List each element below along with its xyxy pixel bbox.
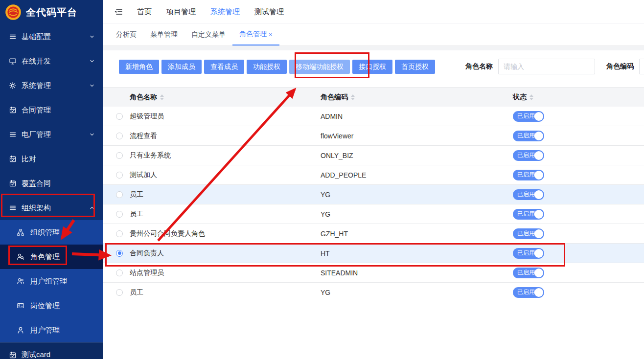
- tab-menu-mgmt[interactable]: 菜单管理: [143, 24, 184, 45]
- status-toggle[interactable]: 已启用: [513, 189, 544, 200]
- menu-lines-icon: [9, 204, 17, 212]
- table-row[interactable]: 员工 YG 已启用: [103, 204, 644, 224]
- toggle-knob: [534, 249, 543, 258]
- sidebar-item-label: 在线开发: [22, 57, 51, 66]
- sidebar-item-user-mgmt[interactable]: 用户管理: [0, 318, 103, 342]
- role-code-input[interactable]: [639, 59, 644, 74]
- role-name-cell: 员工: [130, 190, 321, 199]
- home-auth-button[interactable]: 首页授权: [395, 60, 435, 74]
- chevron-up-icon: [89, 205, 95, 211]
- sidebar-item-label: 岗位管理: [30, 301, 60, 311]
- status-toggle[interactable]: 已启用: [513, 150, 544, 161]
- toggle-knob: [534, 112, 543, 121]
- row-radio[interactable]: [116, 172, 123, 179]
- status-toggle[interactable]: 已启用: [513, 248, 544, 259]
- id-card-icon: [17, 302, 24, 310]
- api-auth-button[interactable]: 接口授权: [352, 60, 392, 74]
- table-row[interactable]: 员工 YG 已启用: [103, 283, 644, 302]
- sidebar-item-post-mgmt[interactable]: 岗位管理: [0, 293, 103, 318]
- add-role-button[interactable]: 新增角色: [119, 60, 159, 74]
- status-toggle[interactable]: 已启用: [513, 209, 544, 220]
- status-toggle[interactable]: 已启用: [513, 228, 544, 239]
- sidebar-item-user-group-mgmt[interactable]: 用户组管理: [0, 269, 103, 293]
- view-members-button[interactable]: 查看成员: [204, 60, 244, 74]
- sidebar-collapse-icon[interactable]: [114, 7, 123, 17]
- table-row[interactable]: 站点管理员 SITEADMIN 已启用: [103, 263, 644, 283]
- table-row[interactable]: 贵州公司合同负责人角色 GZH_HT 已启用: [103, 224, 644, 244]
- table-row[interactable]: 只有业务系统 ONLY_BIZ 已启用: [103, 146, 644, 165]
- toggle-knob: [534, 171, 543, 180]
- sidebar-item-label: 测试card: [22, 350, 50, 359]
- user-icon: [17, 326, 24, 334]
- user-group-icon: [17, 277, 24, 285]
- row-radio-selected[interactable]: [116, 250, 123, 257]
- chevron-down-icon: [89, 83, 95, 89]
- status-toggle[interactable]: 已启用: [513, 287, 544, 298]
- calendar-icon: [9, 106, 17, 114]
- column-header-role-name[interactable]: 角色名称: [130, 93, 321, 102]
- status-toggle[interactable]: 已启用: [513, 268, 544, 278]
- org-structure-submenu: 组织管理 角色管理 用户组管理 岗位管理 用户管理: [0, 220, 103, 342]
- org-chart-icon: [17, 228, 24, 236]
- row-radio[interactable]: [116, 133, 123, 139]
- status-toggle[interactable]: 已启用: [513, 111, 544, 122]
- sidebar-item-role-mgmt[interactable]: 角色管理: [0, 245, 103, 269]
- role-name-cell: 只有业务系统: [130, 151, 321, 160]
- roles-table: 角色名称 角色编码 状态 超级管理员 ADMIN 已启用: [103, 87, 644, 302]
- sidebar-item-label: 系统管理: [22, 81, 51, 90]
- table-row[interactable]: 测试加人 ADD_PEOPLE 已启用: [103, 165, 644, 185]
- sidebar-item-basic-config[interactable]: 基础配置: [0, 24, 103, 49]
- main-area: 首页 项目管理 系统管理 测试管理 分析页 菜单管理 自定义菜单 角色管理 × …: [103, 0, 644, 359]
- nav-item-test-mgmt[interactable]: 测试管理: [254, 7, 284, 17]
- sidebar-item-org-mgmt[interactable]: 组织管理: [0, 220, 103, 245]
- sidebar-item-label: 用户组管理: [30, 277, 67, 286]
- row-radio[interactable]: [116, 113, 123, 120]
- tab-role-mgmt[interactable]: 角色管理 ×: [232, 24, 279, 45]
- add-member-button[interactable]: 添加成员: [161, 60, 202, 74]
- sidebar-item-cover-contract[interactable]: 覆盖合同: [0, 171, 103, 196]
- row-radio[interactable]: [116, 211, 123, 218]
- content-divider: [103, 46, 644, 50]
- sidebar-item-online-dev[interactable]: 在线开发: [0, 49, 103, 73]
- filter-bar: 角色名称 角色编码: [465, 59, 644, 74]
- nav-item-system-mgmt[interactable]: 系统管理: [210, 7, 240, 17]
- status-toggle[interactable]: 已启用: [513, 170, 544, 180]
- close-icon[interactable]: ×: [269, 31, 273, 38]
- tab-analysis[interactable]: 分析页: [109, 24, 143, 45]
- nav-item-home[interactable]: 首页: [137, 7, 152, 17]
- sidebar-item-label: 基础配置: [22, 32, 51, 42]
- row-radio[interactable]: [116, 269, 123, 276]
- tab-custom-menu[interactable]: 自定义菜单: [184, 24, 232, 45]
- nav-item-project-mgmt[interactable]: 项目管理: [166, 7, 196, 17]
- sidebar-item-contract-mgmt[interactable]: 合同管理: [0, 98, 103, 122]
- sidebar-item-test-card[interactable]: 测试card: [0, 342, 103, 359]
- table-row[interactable]: 超级管理员 ADMIN 已启用: [103, 107, 644, 126]
- row-radio[interactable]: [116, 152, 123, 159]
- menu-lines-icon: [9, 131, 17, 138]
- sort-carets-icon: [160, 94, 164, 100]
- role-name-input[interactable]: [498, 59, 595, 74]
- sidebar-item-compare[interactable]: 比对: [0, 147, 103, 171]
- app-title: 全代码平台: [26, 6, 77, 19]
- role-search-icon: [17, 253, 24, 261]
- status-toggle[interactable]: 已启用: [513, 131, 544, 141]
- sidebar-item-label: 比对: [22, 155, 36, 164]
- table-row-selected[interactable]: 合同负责人 HT 已启用: [103, 244, 644, 263]
- toggle-knob: [534, 210, 543, 219]
- table-row[interactable]: 员工 YG 已启用: [103, 185, 644, 204]
- row-radio[interactable]: [116, 230, 123, 237]
- sidebar-item-plant-mgmt[interactable]: 电厂管理: [0, 122, 103, 147]
- row-radio[interactable]: [116, 191, 123, 198]
- sort-carets-icon: [529, 94, 533, 100]
- sidebar-item-system-mgmt[interactable]: 系统管理: [0, 73, 103, 98]
- column-header-role-code[interactable]: 角色编码: [321, 93, 513, 102]
- function-auth-button[interactable]: 功能授权: [247, 60, 287, 74]
- column-header-status[interactable]: 状态: [513, 93, 644, 102]
- menu-lines-icon: [9, 33, 17, 41]
- mobile-function-auth-button[interactable]: 移动端功能授权: [289, 60, 350, 74]
- row-radio[interactable]: [116, 289, 123, 296]
- table-row[interactable]: 流程查看 flowViewer 已启用: [103, 126, 644, 146]
- role-code-cell: YG: [321, 289, 513, 296]
- sidebar-item-org-structure[interactable]: 组织架构: [0, 196, 103, 220]
- app-logo: 全代码平台: [0, 0, 103, 24]
